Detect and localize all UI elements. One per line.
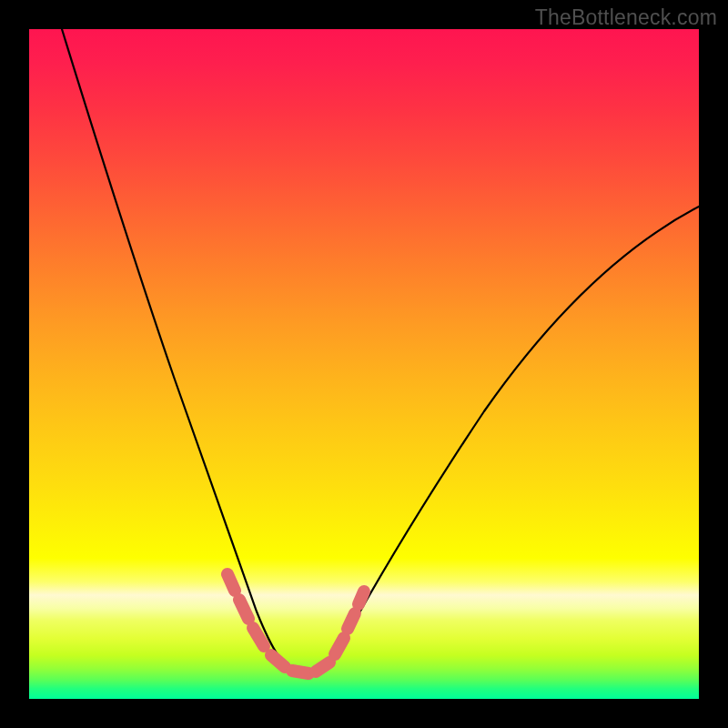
watermark-text: TheBottleneck.com: [535, 5, 717, 30]
plot-area: [29, 29, 699, 699]
bottleneck-curve: [62, 29, 699, 675]
curve-layer: [29, 29, 699, 699]
chart-frame: TheBottleneck.com: [0, 0, 728, 728]
